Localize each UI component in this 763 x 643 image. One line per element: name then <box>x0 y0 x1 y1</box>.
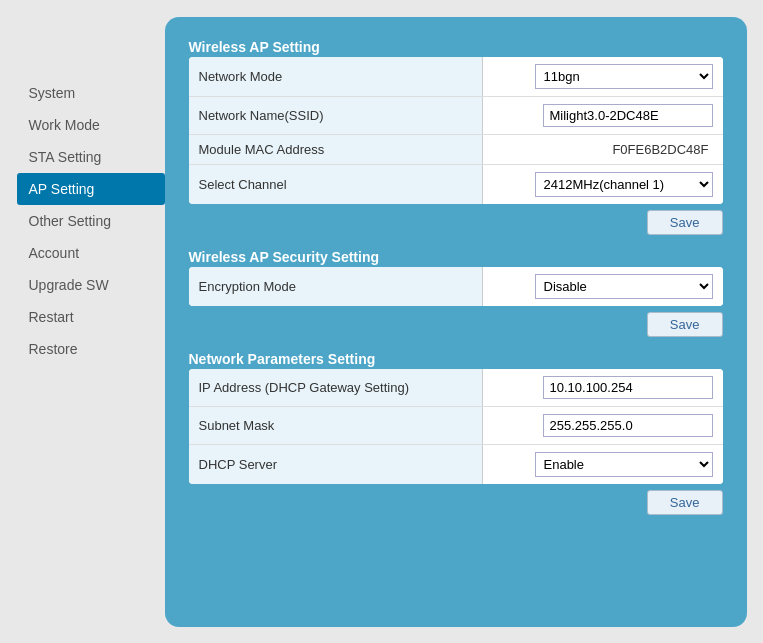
encryption-mode-select[interactable]: Disable WEP WPA WPA2 <box>535 274 713 299</box>
wireless-ap-table: Network Mode 11bgn 11bg 11b 11g 11n Netw… <box>189 57 723 204</box>
wireless-ap-section: Wireless AP Setting Network Mode 11bgn 1… <box>189 39 723 235</box>
network-params-table: IP Address (DHCP Gateway Setting) Subnet… <box>189 369 723 484</box>
wireless-ap-security-save-button[interactable]: Save <box>647 312 723 337</box>
sidebar-item-account[interactable]: Account <box>17 237 165 269</box>
sidebar-item-other-setting[interactable]: Other Setting <box>17 205 165 237</box>
wireless-ap-security-section: Wireless AP Security Setting Encryption … <box>189 249 723 337</box>
sidebar-item-restart[interactable]: Restart <box>17 301 165 333</box>
table-row: DHCP Server Enable Disable <box>189 444 723 484</box>
wireless-ap-security-title: Wireless AP Security Setting <box>189 249 723 265</box>
main-content: Wireless AP Setting Network Mode 11bgn 1… <box>165 17 747 627</box>
network-params-save-button[interactable]: Save <box>647 490 723 515</box>
dhcp-server-cell: Enable Disable <box>482 444 722 484</box>
wireless-ap-title: Wireless AP Setting <box>189 39 723 55</box>
table-row: Network Mode 11bgn 11bg 11b 11g 11n <box>189 57 723 97</box>
table-row: Module MAC Address F0FE6B2DC48F <box>189 134 723 164</box>
sidebar-item-upgrade-sw[interactable]: Upgrade SW <box>17 269 165 301</box>
network-mode-select[interactable]: 11bgn 11bg 11b 11g 11n <box>535 64 713 89</box>
mac-label: Module MAC Address <box>189 134 483 164</box>
wireless-ap-security-save-row: Save <box>189 312 723 337</box>
sidebar: System Work Mode STA Setting AP Setting … <box>17 17 165 627</box>
table-row: Select Channel 2412MHz(channel 1) 2417MH… <box>189 164 723 204</box>
sidebar-item-restore[interactable]: Restore <box>17 333 165 365</box>
mac-cell: F0FE6B2DC48F <box>482 134 722 164</box>
network-mode-label: Network Mode <box>189 57 483 97</box>
ssid-cell <box>482 96 722 134</box>
subnet-mask-label: Subnet Mask <box>189 406 483 444</box>
channel-cell: 2412MHz(channel 1) 2417MHz(channel 2) 24… <box>482 164 722 204</box>
mac-value: F0FE6B2DC48F <box>612 142 712 157</box>
ip-address-label: IP Address (DHCP Gateway Setting) <box>189 369 483 407</box>
table-row: Subnet Mask <box>189 406 723 444</box>
dhcp-server-label: DHCP Server <box>189 444 483 484</box>
ip-address-cell <box>482 369 722 407</box>
ip-address-input[interactable] <box>543 376 713 399</box>
subnet-mask-input[interactable] <box>543 414 713 437</box>
network-mode-cell: 11bgn 11bg 11b 11g 11n <box>482 57 722 97</box>
network-params-title: Network Parameters Setting <box>189 351 723 367</box>
table-row: Encryption Mode Disable WEP WPA WPA2 <box>189 267 723 306</box>
sidebar-item-ap-setting[interactable]: AP Setting <box>17 173 165 205</box>
sidebar-item-sta-setting[interactable]: STA Setting <box>17 141 165 173</box>
channel-select[interactable]: 2412MHz(channel 1) 2417MHz(channel 2) 24… <box>535 172 713 197</box>
channel-label: Select Channel <box>189 164 483 204</box>
network-params-save-row: Save <box>189 490 723 515</box>
table-row: IP Address (DHCP Gateway Setting) <box>189 369 723 407</box>
wireless-ap-save-row: Save <box>189 210 723 235</box>
subnet-mask-cell <box>482 406 722 444</box>
encryption-mode-cell: Disable WEP WPA WPA2 <box>482 267 722 306</box>
sidebar-item-work-mode[interactable]: Work Mode <box>17 109 165 141</box>
wireless-ap-security-table: Encryption Mode Disable WEP WPA WPA2 <box>189 267 723 306</box>
network-params-section: Network Parameters Setting IP Address (D… <box>189 351 723 515</box>
encryption-mode-label: Encryption Mode <box>189 267 483 306</box>
dhcp-server-select[interactable]: Enable Disable <box>535 452 713 477</box>
table-row: Network Name(SSID) <box>189 96 723 134</box>
ssid-input[interactable] <box>543 104 713 127</box>
ssid-label: Network Name(SSID) <box>189 96 483 134</box>
wireless-ap-save-button[interactable]: Save <box>647 210 723 235</box>
sidebar-item-system[interactable]: System <box>17 77 165 109</box>
